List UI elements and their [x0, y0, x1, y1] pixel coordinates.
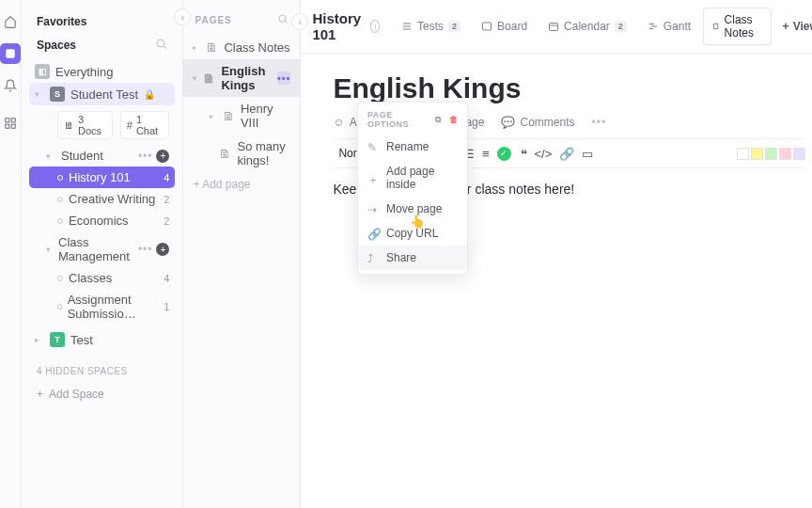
sidebar-item-label: Student Test	[70, 87, 138, 102]
sidebar-folder-class-management[interactable]: ▾ Class Management ••• +	[29, 231, 175, 267]
space-tabs: 🗎3 Docs #1 Chat	[29, 105, 175, 145]
page-label: So many kings!	[237, 139, 290, 167]
space-avatar: S	[50, 87, 65, 102]
sidebar-folder-student[interactable]: ▾ Student ••• +	[29, 145, 175, 167]
page-more-button[interactable]: •••	[277, 71, 291, 85]
checklist-button[interactable]: ✓	[497, 147, 511, 161]
sidebar-item-label: Classes	[69, 271, 112, 285]
swatch-purple[interactable]	[793, 148, 805, 160]
view-badge: 2	[448, 21, 461, 32]
file-icon: 🗎	[223, 109, 235, 123]
page-so-many-kings[interactable]: 🗎 So many kings!	[183, 135, 300, 172]
ctx-rename[interactable]: ✎Rename	[358, 135, 467, 159]
add-view-label: View	[793, 20, 812, 33]
svg-rect-1	[6, 119, 9, 122]
view-tab-gantt[interactable]: Gantt	[639, 15, 699, 38]
sidebar-list-classes[interactable]: Classes 4	[29, 267, 175, 289]
sidebar-space-student-test[interactable]: ▾ S Student Test 🔒	[29, 83, 175, 105]
sidebar-item-everything[interactable]: ◧ Everything	[29, 60, 175, 83]
view-tab-board[interactable]: Board	[473, 15, 536, 38]
svg-rect-3	[6, 124, 9, 128]
add-icon[interactable]: +	[156, 243, 169, 256]
ctx-share[interactable]: ⤴Share	[358, 246, 467, 270]
everything-icon: ◧	[35, 64, 50, 79]
sidebar-list-creative-writing[interactable]: Creative Writing 2	[29, 188, 175, 210]
more-icon[interactable]: •••	[138, 243, 153, 256]
count-badge: 2	[164, 215, 169, 227]
duplicate-icon[interactable]: ⧉	[435, 115, 442, 125]
sidebar-item-label: Student	[61, 149, 103, 163]
numbered-list-button[interactable]: ≡	[482, 147, 490, 161]
docs-pill[interactable]: 🗎3 Docs	[57, 111, 113, 139]
apps-icon[interactable]	[0, 113, 21, 134]
sidebar-list-economics[interactable]: Economics 2	[29, 210, 175, 231]
view-tab-tests[interactable]: Tests 2	[393, 15, 469, 38]
view-badge: 2	[615, 21, 627, 32]
meta-label: Comments	[520, 116, 574, 129]
page-english-kings[interactable]: ▾ 🗎 English Kings •••	[183, 59, 300, 97]
view-label: Board	[497, 20, 527, 33]
page-class-notes[interactable]: ▸ 🗎 Class Notes	[183, 36, 300, 59]
ctx-label: Add page inside	[386, 165, 458, 191]
svg-rect-10	[483, 23, 492, 30]
doc-title[interactable]: English Kings	[333, 72, 804, 104]
breadcrumb[interactable]: History 101	[312, 10, 361, 42]
notifications-icon[interactable]	[0, 75, 21, 96]
hidden-spaces-label[interactable]: 4 HIDDEN SPACES	[37, 366, 167, 376]
link-button[interactable]: 🔗	[559, 147, 574, 161]
quote-button[interactable]: ❝	[521, 147, 527, 161]
sidebar-list-history-101[interactable]: History 101 4	[29, 167, 175, 188]
add-page-button[interactable]: + Add page	[183, 172, 300, 197]
search-icon[interactable]	[155, 38, 167, 53]
sidebar-space-test[interactable]: ▸ T Test	[29, 328, 175, 351]
code-button[interactable]: </>	[535, 147, 553, 161]
svg-rect-2	[11, 119, 15, 122]
sidebar-list-assignments[interactable]: Assignment Submissio… 1	[29, 289, 175, 325]
spaces-icon[interactable]	[0, 43, 21, 64]
comments-button[interactable]: 💬Comments	[501, 116, 574, 129]
page-label: Class Notes	[224, 40, 289, 55]
chevron-right-icon: ▸	[35, 335, 44, 344]
view-label: Class Notes	[725, 13, 762, 40]
file-icon: 🗎	[219, 147, 231, 161]
folder-actions: ••• +	[138, 243, 170, 256]
sidebar-item-label: History 101	[69, 170, 131, 184]
view-tab-calendar[interactable]: Calendar 2	[539, 15, 635, 38]
sidebar-item-label: Class Management	[58, 235, 133, 263]
doc-icon: 🗎	[64, 119, 74, 131]
add-icon[interactable]: +	[156, 150, 169, 163]
page-label: English Kings	[221, 64, 271, 92]
swatch-pink[interactable]	[779, 148, 791, 160]
view-tab-class-notes[interactable]: Class Notes	[703, 8, 771, 45]
more-icon[interactable]: •••	[138, 150, 153, 163]
info-icon[interactable]: i	[370, 20, 380, 33]
image-button[interactable]: ▭	[582, 147, 593, 161]
pages-panel: ‹ PAGES ▸ 🗎 Class Notes ▾ 🗎 English King…	[183, 0, 301, 508]
add-space-button[interactable]: +Add Space	[29, 384, 175, 405]
chat-pill[interactable]: #1 Chat	[120, 111, 170, 139]
add-view-button[interactable]: +View	[775, 15, 812, 38]
list-dot-icon	[57, 175, 63, 181]
page-henry-viii[interactable]: ▸ 🗎 Henry VIII	[183, 97, 300, 135]
sidebar: ‹ Favorites Spaces ◧ Everything ▾ S Stud…	[22, 0, 183, 508]
topbar: History 101 i Tests 2 Board Calendar 2 G…	[301, 0, 812, 54]
ctx-add-page-inside[interactable]: ＋Add page inside	[358, 159, 467, 197]
list-dot-icon	[57, 218, 63, 224]
svg-rect-4	[11, 124, 15, 128]
spaces-header: Spaces	[37, 39, 76, 52]
count-badge: 4	[164, 172, 169, 183]
search-icon[interactable]	[277, 13, 289, 26]
home-icon[interactable]	[0, 11, 21, 32]
list-dot-icon	[57, 304, 62, 310]
delete-icon[interactable]: 🗑	[449, 115, 459, 125]
swatch-white[interactable]	[737, 148, 749, 160]
svg-rect-11	[550, 24, 558, 31]
doc-more-button[interactable]: •••	[591, 116, 606, 129]
space-avatar: T	[50, 332, 65, 347]
sidebar-item-label: Test	[70, 333, 93, 347]
svg-rect-0	[6, 49, 14, 57]
swatch-yellow[interactable]	[751, 148, 763, 160]
swatch-green[interactable]	[765, 148, 777, 160]
folder-actions: ••• +	[138, 150, 170, 163]
count-badge: 4	[164, 273, 169, 284]
